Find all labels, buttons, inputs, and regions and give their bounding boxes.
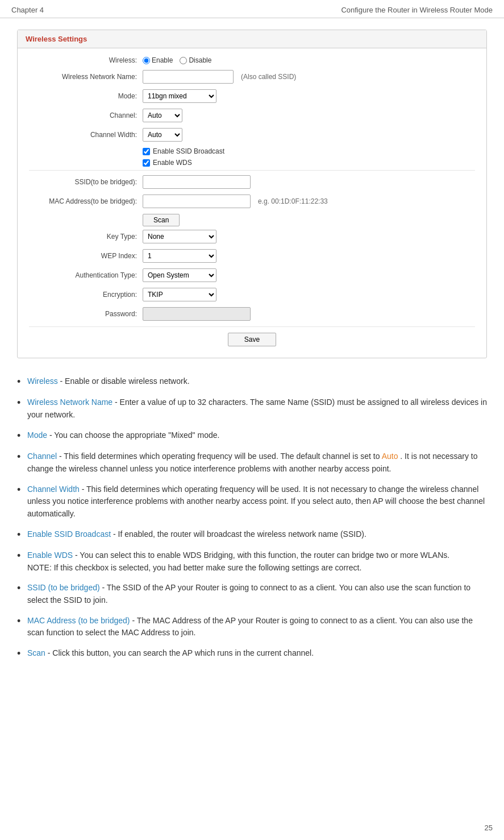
wep-index-select[interactable]: 1 bbox=[143, 249, 216, 263]
channel-width-select[interactable]: Auto bbox=[143, 128, 182, 142]
text-mode: - You can choose the appropriate "Mixed"… bbox=[49, 431, 219, 440]
ssid-broadcast-row: Enable SSID Broadcast bbox=[29, 147, 475, 155]
password-control bbox=[143, 307, 251, 321]
divider bbox=[29, 170, 475, 171]
bullet-content: Enable SSID Broadcast - If enabled, the … bbox=[27, 528, 487, 541]
scan-button[interactable]: Scan bbox=[143, 214, 180, 226]
wireless-disable-label[interactable]: Disable bbox=[180, 56, 211, 64]
wds-note: NOTE: If this checkbox is selected, you … bbox=[27, 563, 361, 572]
list-item-scan: • Scan - Click this button, you can sear… bbox=[17, 647, 487, 660]
key-type-row: Key Type: None bbox=[29, 230, 475, 243]
network-name-row: Wireless Network Name: TP-Link_0969 (Als… bbox=[29, 70, 475, 84]
auth-type-control: Open System bbox=[143, 268, 216, 282]
list-item-wireless: • Wireless - Enable or disable wireless … bbox=[17, 375, 487, 388]
encryption-label: Encryption: bbox=[29, 291, 143, 299]
text-wireless: - Enable or disable wireless network. bbox=[60, 376, 190, 386]
settings-title: Wireless Settings bbox=[18, 30, 486, 48]
channel-row: Channel: Auto bbox=[29, 109, 475, 122]
term-scan: Scan bbox=[27, 648, 45, 657]
bullet-content: Scan - Click this button, you can search… bbox=[27, 647, 487, 660]
wds-row: Enable WDS bbox=[29, 159, 475, 167]
wireless-disable-radio[interactable] bbox=[180, 57, 187, 64]
description-list: • Wireless - Enable or disable wireless … bbox=[17, 375, 487, 661]
text-scan: - Click this button, you can search the … bbox=[48, 648, 314, 657]
wireless-disable-text: Disable bbox=[189, 56, 211, 64]
wireless-enable-label[interactable]: Enable bbox=[143, 56, 173, 64]
wep-index-row: WEP Index: 1 bbox=[29, 249, 475, 263]
encryption-select[interactable]: TKIP bbox=[143, 288, 216, 301]
bullet-dot: • bbox=[17, 483, 27, 496]
also-ssid-hint: (Also called SSID) bbox=[241, 73, 296, 81]
password-label: Password: bbox=[29, 310, 143, 318]
mac-hint: e.g. 00:1D:0F:11:22:33 bbox=[258, 197, 328, 205]
channel-width-control: Auto bbox=[143, 128, 182, 142]
bullet-dot: • bbox=[17, 429, 27, 442]
mac-bridged-input[interactable] bbox=[143, 195, 251, 208]
wireless-enable-radio[interactable] bbox=[143, 57, 150, 64]
mac-bridged-control: e.g. 00:1D:0F:11:22:33 bbox=[143, 195, 328, 208]
wds-checkbox[interactable] bbox=[143, 159, 150, 167]
mac-bridged-label: MAC Address(to be bridged): bbox=[29, 197, 143, 205]
text-channel-width: - This field determines which operating … bbox=[27, 485, 485, 518]
list-item-channel-width: • Channel Width - This field determines … bbox=[17, 483, 487, 520]
bullet-content: MAC Address (to be bridged) - The MAC Ad… bbox=[27, 615, 487, 639]
ssid-bridged-label: SSID(to be bridged): bbox=[29, 178, 143, 186]
wep-index-label: WEP Index: bbox=[29, 252, 143, 260]
ssid-broadcast-checkbox[interactable] bbox=[143, 148, 150, 155]
list-item-ssid-broadcast: • Enable SSID Broadcast - If enabled, th… bbox=[17, 528, 487, 541]
text-enable-wds: - You can select this to enable WDS Brid… bbox=[75, 551, 449, 560]
mode-row: Mode: 11bgn mixed bbox=[29, 89, 475, 103]
term-enable-wds: Enable WDS bbox=[27, 551, 73, 560]
term-mac-bridged: MAC Address (to be bridged) bbox=[27, 616, 130, 625]
mode-select[interactable]: 11bgn mixed bbox=[143, 89, 216, 103]
list-item-ssid-bridged: • SSID (to be bridged) - The SSID of the… bbox=[17, 582, 487, 606]
auth-type-select[interactable]: Open System bbox=[143, 268, 216, 282]
text-ssid-broadcast: - If enabled, the router will broadcast … bbox=[113, 529, 366, 539]
wireless-row: Wireless: Enable Disable bbox=[29, 56, 475, 64]
bullet-dot: • bbox=[17, 528, 27, 541]
bullet-dot: • bbox=[17, 396, 27, 409]
ssid-broadcast-label: Enable SSID Broadcast bbox=[153, 147, 224, 155]
auth-type-row: Authentication Type: Open System bbox=[29, 268, 475, 282]
auth-type-label: Authentication Type: bbox=[29, 271, 143, 279]
channel-width-row: Channel Width: Auto bbox=[29, 128, 475, 142]
bullet-content: Channel - This field determines which op… bbox=[27, 450, 487, 475]
bullet-dot: • bbox=[17, 647, 27, 660]
list-item-channel: • Channel - This field determines which … bbox=[17, 450, 487, 475]
password-input[interactable] bbox=[143, 307, 251, 321]
network-name-label: Wireless Network Name: bbox=[29, 73, 143, 81]
encryption-row: Encryption: TKIP bbox=[29, 288, 475, 301]
list-item-network-name: • Wireless Network Name - Enter a value … bbox=[17, 396, 487, 421]
wireless-enable-text: Enable bbox=[152, 56, 173, 64]
bullet-content: Channel Width - This field determines wh… bbox=[27, 483, 487, 520]
bullet-dot: • bbox=[17, 615, 27, 628]
bullet-dot: • bbox=[17, 375, 27, 388]
mac-bridged-row: MAC Address(to be bridged): e.g. 00:1D:0… bbox=[29, 195, 475, 208]
term-network-name: Wireless Network Name bbox=[27, 398, 113, 407]
key-type-select[interactable]: None bbox=[143, 230, 216, 243]
key-type-label: Key Type: bbox=[29, 233, 143, 241]
bullet-content: Mode - You can choose the appropriate "M… bbox=[27, 429, 487, 442]
term-mode: Mode bbox=[27, 431, 47, 440]
term-channel-width: Channel Width bbox=[27, 485, 80, 494]
term-ssid-broadcast: Enable SSID Broadcast bbox=[27, 529, 111, 539]
ssid-bridged-input[interactable] bbox=[143, 175, 251, 189]
channel-width-label: Channel Width: bbox=[29, 131, 143, 139]
text-channel-1: - This field determines which operating … bbox=[59, 452, 382, 461]
network-name-input[interactable]: TP-Link_0969 bbox=[143, 70, 234, 84]
term-auto: Auto bbox=[382, 452, 398, 461]
chapter-label: Chapter 4 bbox=[11, 6, 44, 14]
key-type-control: None bbox=[143, 230, 216, 243]
mode-control: 11bgn mixed bbox=[143, 89, 216, 103]
wireless-label: Wireless: bbox=[29, 56, 143, 64]
mode-label: Mode: bbox=[29, 92, 143, 100]
password-row: Password: bbox=[29, 307, 475, 321]
channel-select[interactable]: Auto bbox=[143, 109, 182, 122]
list-item-mac-bridged: • MAC Address (to be bridged) - The MAC … bbox=[17, 615, 487, 639]
page-section-title: Configure the Router in Wireless Router … bbox=[341, 6, 493, 14]
list-item-enable-wds: • Enable WDS - You can select this to en… bbox=[17, 549, 487, 574]
term-channel: Channel bbox=[27, 452, 57, 461]
settings-panel: Wireless Settings Wireless: Enable Disab… bbox=[17, 30, 487, 358]
bullet-content: Wireless - Enable or disable wireless ne… bbox=[27, 375, 487, 388]
save-button[interactable]: Save bbox=[228, 333, 276, 346]
